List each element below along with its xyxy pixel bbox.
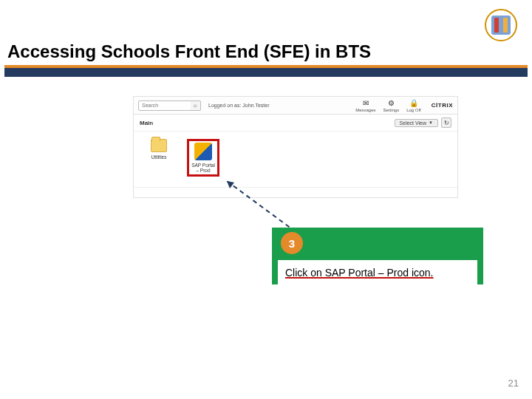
step-instruction: Click on SAP Portal – Prod icon. — [278, 260, 477, 284]
messages-label: Messages — [355, 108, 375, 112]
sap-portal-label: SAP Portal – Prod — [191, 163, 216, 173]
chevron-down-icon: ▼ — [429, 120, 433, 125]
divider-navy — [4, 68, 528, 77]
district-logo — [485, 9, 517, 41]
breadcrumb-row: Main Select View ▼ ↻ — [134, 115, 457, 132]
logged-on-text: Logged on as: John.Tester — [208, 103, 270, 108]
select-view-label: Select View — [400, 120, 426, 126]
page-number: 21 — [508, 378, 519, 389]
messages-button[interactable]: ✉ Messages — [355, 98, 375, 112]
sap-shield-icon — [194, 143, 212, 160]
citrix-topbar: Search ⌕ Logged on as: John.Tester ✉ Mes… — [134, 97, 457, 115]
search-button[interactable]: ⌕ — [191, 100, 201, 111]
sap-portal-prod-app[interactable]: SAP Portal – Prod — [187, 139, 219, 177]
citrix-portal-screenshot: Search ⌕ Logged on as: John.Tester ✉ Mes… — [133, 96, 458, 198]
gear-icon: ⚙ — [386, 98, 395, 107]
step-callout: 3 Click on SAP Portal – Prod icon. — [272, 228, 483, 290]
folder-icon — [151, 139, 167, 152]
slide-title: Accessing Schools Front End (SFE) in BTS — [7, 41, 371, 62]
logoff-button[interactable]: 🔒 Log Off — [406, 98, 421, 112]
utilities-folder[interactable]: Utilities — [143, 139, 175, 177]
main-breadcrumb: Main — [140, 120, 153, 126]
citrix-brand: CİTRIX — [432, 102, 453, 109]
lock-icon: 🔒 — [409, 98, 418, 107]
settings-button[interactable]: ⚙ Settings — [383, 98, 400, 112]
select-view-dropdown[interactable]: Select View ▼ — [395, 119, 438, 127]
settings-label: Settings — [383, 108, 400, 112]
refresh-icon: ↻ — [444, 120, 449, 126]
search-icon: ⌕ — [194, 102, 197, 109]
refresh-button[interactable]: ↻ — [441, 117, 451, 128]
apps-row: Utilities SAP Portal – Prod — [134, 132, 457, 188]
logoff-label: Log Off — [406, 108, 421, 112]
step-number-badge: 3 — [281, 232, 303, 254]
envelope-icon: ✉ — [361, 98, 370, 107]
search-input[interactable]: Search — [138, 100, 191, 111]
utilities-label: Utilities — [151, 154, 167, 160]
